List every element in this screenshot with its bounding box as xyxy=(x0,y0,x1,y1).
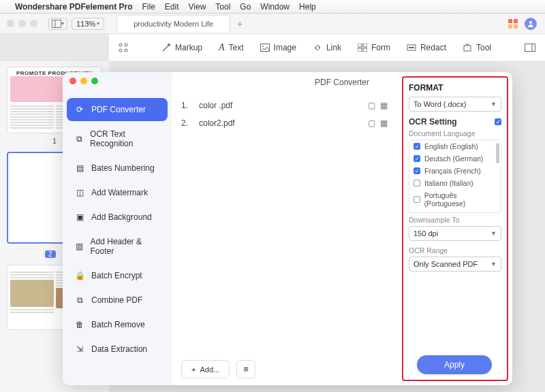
lang-option[interactable]: ✓English (English) xyxy=(409,140,501,152)
ocr-heading: OCR Setting xyxy=(409,117,457,127)
svg-rect-14 xyxy=(409,47,414,48)
dpi-select[interactable]: 150 dpi▼ xyxy=(409,226,501,241)
menu-view[interactable]: View xyxy=(189,2,206,12)
sidebar-item-header[interactable]: ▥Add Header & Footer xyxy=(67,230,168,263)
modal-min-dot[interactable] xyxy=(80,78,87,84)
markup-button[interactable]: Markup xyxy=(161,43,202,52)
checkbox-icon[interactable] xyxy=(414,212,420,213)
lang-option[interactable]: ✓Deutsch (German) xyxy=(409,152,501,165)
page-number-2: 2 xyxy=(45,250,56,258)
svg-point-5 xyxy=(119,49,122,52)
menu-help[interactable]: Help xyxy=(299,2,316,12)
apply-button[interactable]: Apply xyxy=(417,355,492,374)
grid-apps-icon[interactable] xyxy=(508,19,518,29)
text-button[interactable]: AText xyxy=(219,42,244,53)
chevron-down-icon: ▼ xyxy=(490,230,497,237)
menu-window[interactable]: Window xyxy=(260,2,290,12)
extract-icon: ⇲ xyxy=(75,344,84,354)
svg-point-6 xyxy=(125,49,127,52)
header-icon: ▥ xyxy=(75,242,84,251)
lang-option[interactable]: Español (Spanish) xyxy=(409,210,501,213)
sidebar-item-background[interactable]: ▣Add Background xyxy=(67,206,168,229)
menu-edit[interactable]: Edit xyxy=(165,2,179,12)
ocr-toggle[interactable]: ✓ xyxy=(495,118,501,125)
lang-option[interactable]: Português (Portuguese) xyxy=(409,189,501,210)
add-file-button[interactable]: +Add... xyxy=(181,360,230,378)
lock-icon: 🔒 xyxy=(75,271,84,280)
menu-file[interactable]: File xyxy=(142,2,155,12)
bates-icon: ▤ xyxy=(75,163,84,173)
close-dot[interactable] xyxy=(7,20,14,27)
avatar[interactable] xyxy=(525,18,537,30)
sidebar-item-remove[interactable]: 🗑Batch Remove xyxy=(67,313,168,336)
checkbox-icon[interactable] xyxy=(414,180,420,186)
layout-icon[interactable]: ▾ xyxy=(48,18,67,30)
file-gear-icon[interactable]: ▦ xyxy=(377,101,390,110)
chevron-down-icon: ▼ xyxy=(490,261,497,267)
svg-rect-9 xyxy=(358,44,362,47)
sidebar-item-combine[interactable]: ⧉Combine PDF xyxy=(67,289,168,312)
redact-button[interactable]: Redact xyxy=(407,43,446,52)
lang-option[interactable]: ✓Français (French) xyxy=(409,165,501,177)
main-toolbar: Markup AText Image Link Form Redact Tool xyxy=(109,34,545,61)
app-name[interactable]: Wondershare PDFelement Pro xyxy=(15,2,133,12)
min-dot[interactable] xyxy=(18,20,26,27)
svg-rect-15 xyxy=(464,46,471,51)
panel-toggle-icon[interactable] xyxy=(525,44,535,52)
format-select[interactable]: To Word (.docx)▼ xyxy=(409,97,501,112)
downsample-label: Downsample To xyxy=(409,216,501,224)
format-panel: FORMAT To Word (.docx)▼ OCR Setting✓ Doc… xyxy=(402,76,508,381)
sidebar-item-watermark[interactable]: ◫Add Watermark xyxy=(67,181,168,204)
modal-max-dot[interactable] xyxy=(91,78,98,84)
language-list: ✓English (English) ✓Deutsch (German) ✓Fr… xyxy=(409,140,501,213)
svg-rect-0 xyxy=(52,20,61,27)
menu-go[interactable]: Go xyxy=(240,2,251,12)
svg-point-8 xyxy=(262,46,264,47)
sidebar-item-converter[interactable]: ⟳PDF Converter xyxy=(67,98,168,121)
window-chrome: ▾ 113%▾ productivity Modern Life + xyxy=(0,14,545,34)
scrollbar[interactable] xyxy=(496,143,499,163)
mac-menubar: Wondershare PDFelement Pro File Edit Vie… xyxy=(0,0,545,14)
traffic-lights xyxy=(0,20,44,27)
modal-close-dot[interactable] xyxy=(69,78,76,84)
link-button[interactable]: Link xyxy=(313,43,341,52)
checkbox-icon[interactable]: ✓ xyxy=(414,143,420,150)
pdf-converter-modal: ⟳PDF Converter ⧉OCR Text Recognition ▤Ba… xyxy=(63,72,512,385)
checkbox-icon[interactable]: ✓ xyxy=(414,155,420,162)
background-icon: ▣ xyxy=(75,212,84,222)
document-tab[interactable]: productivity Modern Life xyxy=(116,15,230,32)
svg-rect-16 xyxy=(525,44,535,51)
file-row[interactable]: 1. color .pdf ▢ ▦ xyxy=(181,97,390,114)
sidebar-item-encrypt[interactable]: 🔒Batch Encrypt xyxy=(67,264,168,287)
svg-rect-10 xyxy=(363,44,367,47)
checkbox-icon[interactable]: ✓ xyxy=(414,167,420,174)
trash-icon: 🗑 xyxy=(75,320,84,329)
apps-icon[interactable] xyxy=(119,43,128,52)
combine-icon: ⧉ xyxy=(75,295,84,305)
sidebar-item-bates[interactable]: ▤Bates Numbering xyxy=(67,157,168,180)
file-list: 1. color .pdf ▢ ▦ 2. color2.pdf ▢ ▦ +Add… xyxy=(172,72,398,385)
lang-option[interactable]: Italiano (Italian) xyxy=(409,177,501,189)
form-button[interactable]: Form xyxy=(358,43,390,52)
file-gear-icon[interactable]: ▦ xyxy=(377,118,390,128)
tool-button[interactable]: Tool xyxy=(463,43,491,52)
file-row[interactable]: 2. color2.pdf ▢ ▦ xyxy=(181,114,390,132)
svg-point-2 xyxy=(529,21,532,24)
sidebar-item-ocr[interactable]: ⧉OCR Text Recognition xyxy=(67,122,168,155)
watermark-icon: ◫ xyxy=(75,188,84,197)
range-select[interactable]: Only Scanned PDF▼ xyxy=(409,257,501,272)
more-button[interactable]: ≡ xyxy=(236,360,255,378)
add-tab-button[interactable]: + xyxy=(237,18,243,29)
image-button[interactable]: Image xyxy=(260,43,296,52)
max-dot[interactable] xyxy=(30,20,37,27)
file-view-icon[interactable]: ▢ xyxy=(365,118,377,128)
file-view-icon[interactable]: ▢ xyxy=(365,101,377,110)
checkbox-icon[interactable] xyxy=(414,196,420,203)
format-heading: FORMAT xyxy=(409,83,501,93)
sidebar-item-extract[interactable]: ⇲Data Extraction xyxy=(67,338,168,361)
sync-icon: ⟳ xyxy=(75,105,84,114)
modal-sidebar: ⟳PDF Converter ⧉OCR Text Recognition ▤Ba… xyxy=(63,72,172,385)
menu-tool[interactable]: Tool xyxy=(215,2,230,12)
svg-rect-12 xyxy=(363,48,367,52)
zoom-dropdown[interactable]: 113%▾ xyxy=(72,18,104,30)
